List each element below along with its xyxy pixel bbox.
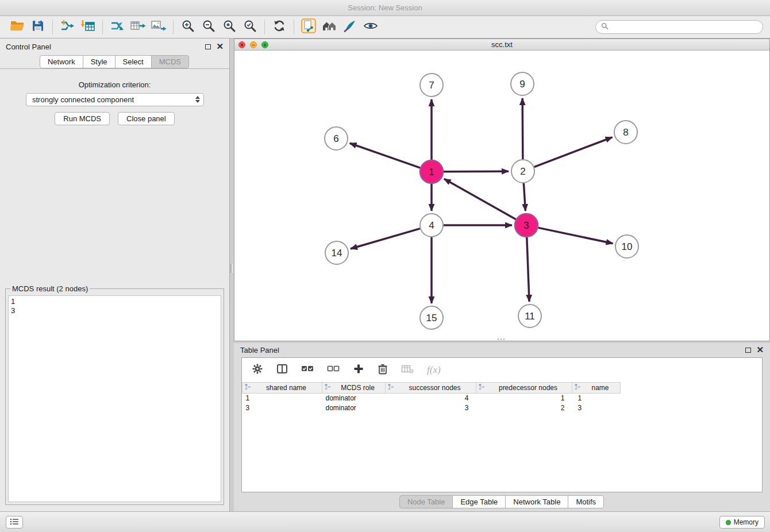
mcds-result-list[interactable]: 13 xyxy=(8,295,221,502)
table-toolbar: f(x) xyxy=(242,358,762,382)
node-table: shared nameMCDS rolesuccessor nodesprede… xyxy=(242,382,621,413)
zoom-fit-icon xyxy=(222,19,236,35)
criterion-select[interactable]: strongly connected component xyxy=(26,93,204,106)
close-table-panel-icon[interactable]: ✕ xyxy=(756,347,764,353)
network-canvas[interactable]: 7968124314101511 xyxy=(234,51,769,341)
graph-edge-3-1[interactable] xyxy=(444,179,516,219)
graph-edge-3-10[interactable] xyxy=(538,228,613,243)
run-mcds-button[interactable]: Run MCDS xyxy=(55,112,110,125)
zoom-out-button[interactable] xyxy=(198,18,219,36)
deselect-all-icon[interactable] xyxy=(327,364,340,376)
export-image-icon xyxy=(151,19,167,35)
search-field[interactable] xyxy=(595,20,763,34)
new-network-button[interactable] xyxy=(107,18,128,36)
function-builder-icon[interactable]: f(x) xyxy=(427,364,441,376)
search-input[interactable] xyxy=(611,23,757,32)
graph-edge-2-3[interactable] xyxy=(523,183,525,211)
zoom-in-button[interactable] xyxy=(178,18,198,36)
column-header-shared-name[interactable]: shared name xyxy=(242,383,322,394)
table-cell: 2 xyxy=(476,403,572,413)
apply-style-button[interactable] xyxy=(340,18,360,36)
refresh-button[interactable] xyxy=(269,18,290,36)
table-panel-body: f(x) shared nameMCDS rolesuccessor nodes… xyxy=(241,357,763,492)
graph-node-2[interactable]: 2 xyxy=(511,160,534,183)
graph-node-1[interactable]: 1 xyxy=(420,160,443,183)
graph-node-4[interactable]: 4 xyxy=(420,214,443,237)
tab-network-table[interactable]: Network Table xyxy=(505,495,568,508)
graph-edge-1-6[interactable] xyxy=(350,143,421,168)
mcds-result-item[interactable]: 1 xyxy=(11,297,218,306)
graph-node-8[interactable]: 8 xyxy=(614,121,637,144)
tab-mcds[interactable]: MCDS xyxy=(151,55,189,68)
graph-edge-1-2[interactable] xyxy=(444,171,509,172)
graph-edge-2-8[interactable] xyxy=(534,137,613,167)
table-row[interactable]: 1dominator411 xyxy=(242,394,621,403)
tab-style[interactable]: Style xyxy=(83,55,116,68)
export-network-button[interactable] xyxy=(128,18,148,36)
graph-node-9[interactable]: 9 xyxy=(511,72,534,95)
graph-node-15[interactable]: 15 xyxy=(420,306,443,329)
column-header-name[interactable]: name xyxy=(572,383,621,394)
close-panel-icon[interactable]: ✕ xyxy=(216,44,224,49)
save-session-button[interactable] xyxy=(28,18,48,36)
maximize-window-icon[interactable]: + xyxy=(261,41,268,48)
import-table-button[interactable] xyxy=(78,18,98,36)
graph-node-6[interactable]: 6 xyxy=(325,127,348,150)
import-network-button[interactable] xyxy=(57,18,78,36)
float-table-panel-icon[interactable] xyxy=(745,348,751,353)
zoom-fit-button[interactable] xyxy=(219,18,240,36)
table-cell: 4 xyxy=(386,394,476,403)
svg-text:3: 3 xyxy=(523,220,529,231)
optimization-criterion-label: Optimization criterion: xyxy=(0,80,229,89)
panel-splitter[interactable] xyxy=(230,38,234,511)
tab-select[interactable]: Select xyxy=(115,55,152,68)
graph-edge-3-11[interactable] xyxy=(527,237,529,302)
add-column-icon[interactable] xyxy=(353,363,364,377)
main-area: Control Panel ✕ NetworkStyleSelectMCDS O… xyxy=(0,38,770,511)
first-neighbors-button[interactable] xyxy=(319,18,340,36)
graph-node-7[interactable]: 7 xyxy=(420,74,443,97)
float-panel-icon[interactable] xyxy=(205,44,211,49)
tab-network[interactable]: Network xyxy=(40,55,83,68)
graph-node-14[interactable]: 14 xyxy=(325,241,348,264)
select-all-icon[interactable] xyxy=(301,364,314,376)
tab-node-table[interactable]: Node Table xyxy=(399,495,453,508)
delete-table-icon[interactable] xyxy=(401,364,414,376)
task-history-button[interactable] xyxy=(6,516,23,529)
network-window-titlebar[interactable]: × − + scc.txt xyxy=(234,39,769,51)
list-icon xyxy=(10,517,19,527)
memory-button[interactable]: Memory xyxy=(719,516,765,529)
minimize-window-icon[interactable]: − xyxy=(250,41,257,48)
export-image-button[interactable] xyxy=(148,18,169,36)
graph-node-11[interactable]: 11 xyxy=(518,304,541,327)
graph-node-3[interactable]: 3 xyxy=(515,214,538,237)
tab-edge-table[interactable]: Edge Table xyxy=(452,495,506,508)
table-panel-title: Table Panel xyxy=(240,346,279,354)
column-header-mcds-role[interactable]: MCDS role xyxy=(322,383,386,394)
table-panel: Table Panel ✕ f(x) shar xyxy=(234,343,770,511)
control-panel-tabs: NetworkStyleSelectMCDS xyxy=(0,55,229,69)
delete-column-icon[interactable] xyxy=(378,363,388,377)
show-graphics-details-button[interactable] xyxy=(360,18,381,36)
zoom-selected-button[interactable] xyxy=(240,18,260,36)
table-row[interactable]: 3dominator323 xyxy=(242,403,621,413)
column-header-predecessor-nodes[interactable]: predecessor nodes xyxy=(476,383,572,394)
settings-icon[interactable] xyxy=(252,363,263,377)
mcds-result-item[interactable]: 3 xyxy=(11,306,218,315)
open-session-button[interactable] xyxy=(7,18,28,36)
graph-node-10[interactable]: 10 xyxy=(615,235,638,258)
column-header-successor-nodes[interactable]: successor nodes xyxy=(386,383,476,394)
graph-edge-2-9[interactable] xyxy=(522,98,523,159)
close-panel-button[interactable]: Close panel xyxy=(118,112,175,125)
column-icon[interactable] xyxy=(276,363,288,377)
memory-status-icon xyxy=(726,520,731,525)
tab-motifs[interactable]: Motifs xyxy=(568,495,604,508)
graph-edge-4-14[interactable] xyxy=(351,229,420,249)
network-snapshot-button[interactable] xyxy=(298,18,319,36)
network-view-window: × − + scc.txt 7968124314101511 xyxy=(234,38,770,341)
mcds-panel: Optimization criterion: strongly connect… xyxy=(0,69,229,511)
first-neighbors-icon xyxy=(321,19,337,35)
table-cell: 3 xyxy=(242,403,322,413)
svg-text:7: 7 xyxy=(429,80,434,91)
close-window-icon[interactable]: × xyxy=(238,41,245,48)
